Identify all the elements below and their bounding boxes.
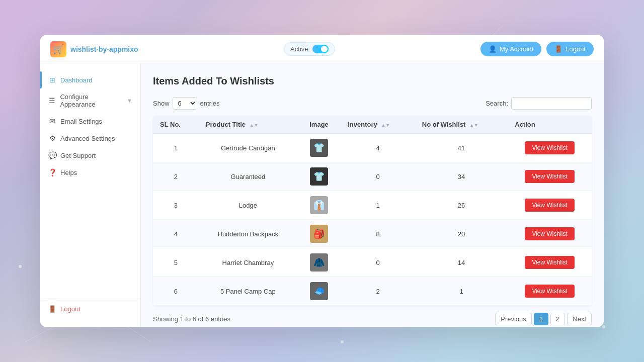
th-sl-no: SL No. xyxy=(153,116,199,134)
sidebar-label-advanced: Advanced Settings xyxy=(60,135,115,142)
help-icon: ❓ xyxy=(48,168,56,176)
table-row: 5 Harriet Chambray 🧥 0 14 View Wishlist xyxy=(153,248,592,277)
product-image: 👕 xyxy=(310,139,328,157)
search-area: Search: xyxy=(486,97,592,110)
product-image: 🎒 xyxy=(310,225,328,243)
cell-wishlist-count: 14 xyxy=(415,248,508,277)
chevron-down-icon: ▼ xyxy=(127,98,132,104)
top-logout-button[interactable]: 🚪 Logout xyxy=(546,42,594,56)
sidebar-logout-button[interactable]: 🚪 Logout xyxy=(40,299,140,319)
svg-point-7 xyxy=(602,325,605,328)
cell-image: 👕 xyxy=(297,134,341,162)
search-label: Search: xyxy=(486,100,508,107)
page-1-button[interactable]: 1 xyxy=(534,313,548,325)
pagination-controls: Previous 1 2 Next xyxy=(495,313,592,325)
cell-image: 🧥 xyxy=(297,248,341,277)
cell-wishlist-count: 41 xyxy=(415,134,508,162)
cell-inventory: 8 xyxy=(341,220,415,248)
content-area: Items Added To Wishlists Show 6 10 25 50… xyxy=(141,63,604,327)
cell-image: 👔 xyxy=(297,191,341,220)
view-wishlist-button[interactable]: View Wishlist xyxy=(525,285,574,298)
show-entries: Show 6 10 25 50 entries xyxy=(153,97,220,110)
view-wishlist-button[interactable]: View Wishlist xyxy=(525,199,574,212)
cell-title: Lodge xyxy=(199,191,297,220)
email-icon: ✉ xyxy=(48,117,56,125)
pagination-info: Showing 1 to 6 of 6 entries xyxy=(153,315,230,323)
settings-icon: ⚙ xyxy=(48,134,56,142)
sidebar-label-dashboard: Dashboard xyxy=(60,76,93,84)
svg-point-6 xyxy=(341,340,344,343)
table-row: 4 Hudderton Backpack 🎒 8 20 View Wishlis… xyxy=(153,220,592,248)
page-2-button[interactable]: 2 xyxy=(550,313,565,325)
sidebar-item-dashboard[interactable]: ⊞ Dashboard xyxy=(40,71,140,88)
table-row: 6 5 Panel Camp Cap 🧢 2 1 View Wishlist xyxy=(153,277,592,306)
view-wishlist-button[interactable]: View Wishlist xyxy=(525,141,574,154)
search-input[interactable] xyxy=(511,97,592,110)
table-row: 2 Guaranteed 👕 0 34 View Wishlist xyxy=(153,162,592,191)
sidebar-label-helps: Helps xyxy=(60,169,77,176)
product-image: 🧥 xyxy=(310,253,328,272)
cell-wishlist-count: 1 xyxy=(415,277,508,306)
sidebar-item-helps[interactable]: ❓ Helps xyxy=(40,164,140,181)
top-bar: 🛒 wishlist-by-appmixo Active 👤 My Accoun… xyxy=(40,35,604,63)
view-wishlist-button[interactable]: View Wishlist xyxy=(525,170,574,183)
cell-sl: 4 xyxy=(153,220,199,248)
my-account-button[interactable]: 👤 My Account xyxy=(480,42,541,56)
active-label: Active xyxy=(290,45,308,53)
account-icon: 👤 xyxy=(489,45,497,53)
th-no-of-wishlist: No of Wishlist ▲▼ xyxy=(415,116,508,134)
cell-title: 5 Panel Camp Cap xyxy=(199,277,297,306)
table-header-row: SL No. Product Title ▲▼ Image Inventory … xyxy=(153,116,592,134)
sort-icon-wishlist: ▲▼ xyxy=(469,123,478,128)
entries-select[interactable]: 6 10 25 50 xyxy=(173,97,197,110)
sidebar-item-configure-appearance[interactable]: ☰ Configure Appearance ▼ xyxy=(40,88,140,113)
logout-icon: 🚪 xyxy=(554,45,562,53)
cell-sl: 5 xyxy=(153,248,199,277)
sidebar-label-configure: Configure Appearance xyxy=(60,93,123,108)
cell-title: Gertrude Cardigan xyxy=(199,134,297,162)
th-action: Action xyxy=(508,116,592,134)
sidebar-item-get-support[interactable]: 💬 Get Support xyxy=(40,147,140,164)
top-bar-actions: 👤 My Account 🚪 Logout xyxy=(480,42,594,56)
sidebar-item-email-settings[interactable]: ✉ Email Settings xyxy=(40,113,140,130)
view-wishlist-button[interactable]: View Wishlist xyxy=(525,227,574,240)
cell-wishlist-count: 26 xyxy=(415,191,508,220)
app-name: wishlist-by-appmixo xyxy=(70,45,138,53)
th-inventory: Inventory ▲▼ xyxy=(341,116,415,134)
table-row: 3 Lodge 👔 1 26 View Wishlist xyxy=(153,191,592,220)
sidebar-nav: ⊞ Dashboard ☰ Configure Appearance ▼ ✉ E… xyxy=(40,71,140,299)
th-product-title: Product Title ▲▼ xyxy=(199,116,297,134)
cell-inventory: 0 xyxy=(341,162,415,191)
cell-sl: 2 xyxy=(153,162,199,191)
sidebar-label-email: Email Settings xyxy=(60,118,102,125)
sort-icon: ▲▼ xyxy=(250,123,259,128)
configure-icon: ☰ xyxy=(48,97,56,105)
sidebar-item-advanced-settings[interactable]: ⚙ Advanced Settings xyxy=(40,130,140,147)
table-controls: Show 6 10 25 50 entries Search: xyxy=(153,97,592,110)
cell-action: View Wishlist xyxy=(508,134,592,162)
cell-image: 🎒 xyxy=(297,220,341,248)
cell-title: Guaranteed xyxy=(199,162,297,191)
view-wishlist-button[interactable]: View Wishlist xyxy=(525,256,574,269)
logo-icon: 🛒 xyxy=(50,41,66,57)
page-title: Items Added To Wishlists xyxy=(153,75,592,87)
top-bar-center: Active xyxy=(284,42,335,56)
pagination-area: Showing 1 to 6 of 6 entries Previous 1 2… xyxy=(153,313,592,325)
cell-sl: 1 xyxy=(153,134,199,162)
th-image: Image xyxy=(297,116,341,134)
dashboard-icon: ⊞ xyxy=(48,76,56,84)
cell-image: 👕 xyxy=(297,162,341,191)
sidebar-label-support: Get Support xyxy=(60,152,96,159)
prev-page-button[interactable]: Previous xyxy=(495,313,532,325)
cell-inventory: 0 xyxy=(341,248,415,277)
cell-action: View Wishlist xyxy=(508,220,592,248)
show-label: Show xyxy=(153,100,170,107)
sort-icon-inventory: ▲▼ xyxy=(381,123,390,128)
next-page-button[interactable]: Next xyxy=(567,313,592,325)
support-icon: 💬 xyxy=(48,151,56,159)
cell-action: View Wishlist xyxy=(508,191,592,220)
cell-inventory: 1 xyxy=(341,191,415,220)
logout-sidebar-icon: 🚪 xyxy=(48,305,56,313)
active-toggle[interactable] xyxy=(312,45,329,53)
cell-image: 🧢 xyxy=(297,277,341,306)
